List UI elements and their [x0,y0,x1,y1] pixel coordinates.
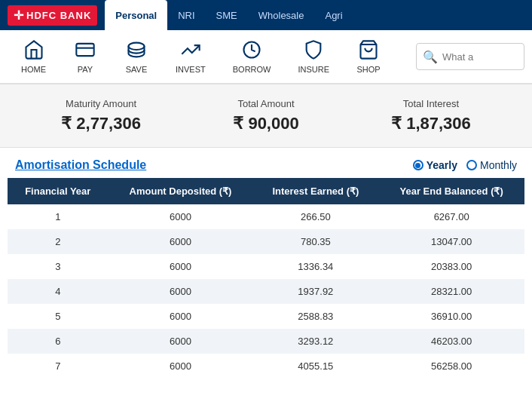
table-cell: 28321.00 [378,279,524,304]
top-nav-items: Personal NRI SME Wholesale Agri [105,0,532,30]
nav-insure[interactable]: INSURE [284,30,343,83]
col-interest-earned: Interest Earned (₹) [252,178,378,204]
top-navigation: ✛ HDFC BANK Personal NRI SME Wholesale A… [0,0,532,30]
table-cell: 4 [8,279,109,304]
col-financial-year: Financial Year [8,178,109,204]
table-cell: 36910.00 [378,304,524,329]
table-cell: 46203.00 [378,329,524,354]
radio-yearly[interactable]: Yearly [413,159,457,171]
nav-shop-label: SHOP [356,65,380,74]
total-label: Total Amount [233,98,298,109]
header-row: Financial Year Amount Deposited (₹) Inte… [8,178,524,204]
nav-save-label: SAVE [126,65,148,74]
total-amount-item: Total Amount ₹ 90,000 [233,98,298,133]
table-header: Financial Year Amount Deposited (₹) Inte… [8,178,524,204]
radio-group: Yearly Monthly [413,159,517,171]
table-cell: 2588.83 [252,304,378,329]
table-cell: 20383.00 [378,254,524,279]
table-row: 660003293.1246203.00 [8,329,524,354]
interest-value: ₹ 1,87,306 [391,114,471,133]
logo-cross-icon: ✛ [14,8,23,23]
col-year-end-balance: Year End Balanced (₹) [378,178,524,204]
radio-monthly-label: Monthly [480,159,517,171]
table-cell: 6000 [109,229,253,254]
nav-shop[interactable]: SHOP [343,30,394,83]
table-cell: 6000 [109,354,253,379]
maturity-value: ₹ 2,77,306 [61,114,141,133]
nav-save[interactable]: SAVE [111,30,162,83]
radio-monthly[interactable]: Monthly [466,159,517,171]
nav-home-label: HOME [21,65,46,74]
table-cell: 1 [8,204,109,229]
logo-text: HDFC BANK [26,10,91,21]
radio-yearly-dot [413,160,423,170]
table-container: Financial Year Amount Deposited (₹) Inte… [0,178,532,386]
table-cell: 780.35 [252,229,378,254]
nav-borrow-label: BORROW [233,65,271,74]
table-row: 460001937.9228321.00 [8,279,524,304]
summary-section: Maturity Amount ₹ 2,77,306 Total Amount … [0,84,532,148]
nav-pay[interactable]: PAY [60,30,111,83]
nav-invest-label: INVEST [176,65,206,74]
maturity-amount-item: Maturity Amount ₹ 2,77,306 [61,98,141,133]
insure-icon [301,38,326,62]
search-input[interactable] [442,51,518,63]
home-icon [22,38,46,62]
nav-home[interactable]: HOME [8,30,60,83]
table-row: 26000780.3513047.00 [8,229,524,254]
amortisation-title[interactable]: Amortisation Schedule [15,158,146,172]
table-cell: 3293.12 [252,329,378,354]
table-cell: 6000 [109,304,253,329]
amortisation-header: Amortisation Schedule Yearly Monthly [0,148,532,178]
svg-point-2 [129,42,145,49]
nav-invest[interactable]: INVEST [162,30,219,83]
save-icon [124,38,148,62]
table-cell: 1336.34 [252,254,378,279]
nav-nri[interactable]: NRI [167,0,205,30]
pay-icon [73,38,97,62]
nav-borrow[interactable]: BORROW [219,30,285,83]
radio-yearly-label: Yearly [427,159,457,171]
table-cell: 6000 [109,329,253,354]
table-cell: 56258.00 [378,354,524,379]
invest-icon [179,38,203,62]
search-icon: 🔍 [423,50,438,64]
table-body: 16000266.506267.0026000780.3513047.00360… [8,204,524,379]
nav-agri[interactable]: Agri [314,0,353,30]
logo-area: ✛ HDFC BANK [0,0,105,30]
borrow-icon [240,38,264,62]
nav-wholesale[interactable]: Wholesale [248,0,315,30]
table-row: 16000266.506267.00 [8,204,524,229]
svg-rect-0 [76,43,93,55]
radio-monthly-dot [466,160,477,170]
amortisation-table: Financial Year Amount Deposited (₹) Inte… [8,178,524,379]
col-amount-deposited: Amount Deposited (₹) [109,178,253,204]
nav-sme[interactable]: SME [206,0,248,30]
nav-personal[interactable]: Personal [105,0,167,30]
table-row: 360001336.3420383.00 [8,254,524,279]
shop-icon [356,38,381,62]
table-cell: 4055.15 [252,354,378,379]
table-cell: 3 [8,254,109,279]
table-cell: 13047.00 [378,229,524,254]
nav-pay-label: PAY [78,65,93,74]
table-cell: 7 [8,354,109,379]
table-cell: 6267.00 [378,204,524,229]
table-cell: 2 [8,229,109,254]
table-cell: 1937.92 [252,279,378,304]
interest-label: Total Interest [391,98,471,109]
table-cell: 6000 [109,279,253,304]
table-cell: 6000 [109,254,253,279]
table-cell: 6 [8,329,109,354]
maturity-label: Maturity Amount [61,98,141,109]
hdfc-logo: ✛ HDFC BANK [8,5,97,26]
table-row: 560002588.8336910.00 [8,304,524,329]
search-box[interactable]: 🔍 [416,43,524,70]
total-interest-item: Total Interest ₹ 1,87,306 [391,98,471,133]
table-cell: 5 [8,304,109,329]
table-cell: 266.50 [252,204,378,229]
total-value: ₹ 90,000 [233,114,298,133]
nav-insure-label: INSURE [298,65,329,74]
icon-navigation: HOME PAY SAVE INVEST [0,30,532,84]
table-cell: 6000 [109,204,253,229]
